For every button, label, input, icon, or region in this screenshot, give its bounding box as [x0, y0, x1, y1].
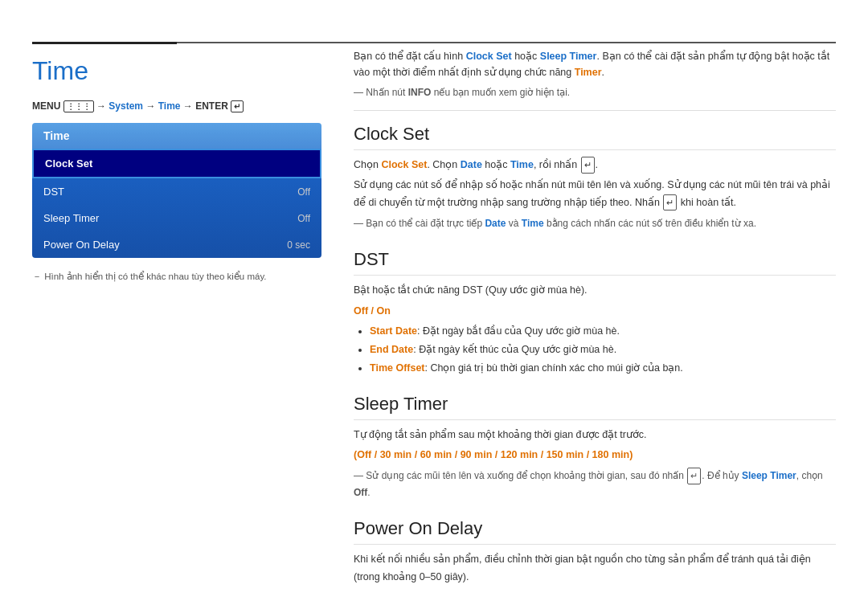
- section-sleep-timer-body: Tự động tắt sản phẩm sau một khoảng thời…: [354, 427, 836, 501]
- section-clock-set: Clock Set Chọn Clock Set. Chọn Date hoặc…: [354, 124, 836, 231]
- sleep-timer-para1: Tự động tắt sản phẩm sau một khoảng thời…: [354, 427, 836, 443]
- clock-set-para1: Chọn Clock Set. Chọn Date hoặc Time, rồi…: [354, 157, 836, 174]
- section-clock-set-body: Chọn Clock Set. Chọn Date hoặc Time, rồi…: [354, 157, 836, 231]
- sleep-timer-note: Sử dụng các mũi tên lên và xuống để chọn…: [354, 468, 836, 501]
- menu-item-clock-set-label: Clock Set: [45, 157, 92, 170]
- menu-item-sleep-timer[interactable]: Sleep Timer Off: [32, 205, 321, 231]
- menu-item-sleep-timer-value: Off: [297, 213, 310, 224]
- enter-icon-menu: ↵: [231, 100, 244, 112]
- dst-off-on: Off / On: [354, 303, 836, 320]
- menu-path-text: MENU: [32, 100, 63, 112]
- dst-bullet-1: Start Date: Đặt ngày bắt đầu của Quy ước…: [370, 323, 836, 339]
- left-panel: Time MENU ⋮⋮⋮ → System → Time → ENTER ↵ …: [32, 48, 321, 603]
- menu-time: Time: [158, 100, 181, 112]
- enter-icon2: ↵: [663, 194, 677, 211]
- dst-para1: Bật hoặc tắt chức năng DST (Quy ước giờ …: [354, 282, 836, 299]
- left-note: Hình ảnh hiển thị có thể khác nhau tùy t…: [32, 271, 321, 283]
- intro-clock-set-ref: Clock Set: [466, 51, 512, 62]
- menu-item-dst-value: Off: [297, 186, 310, 198]
- menu-item-dst[interactable]: DST Off: [32, 178, 321, 205]
- enter-icon3: ↵: [687, 468, 701, 484]
- dst-bullet-list: Start Date: Đặt ngày bắt đầu của Quy ước…: [354, 323, 836, 376]
- section-power-on-delay-title: Power On Delay: [354, 518, 836, 545]
- section-sleep-timer-title: Sleep Timer: [354, 394, 836, 420]
- clock-set-note: Bạn có thể cài đặt trực tiếp Date và Tim…: [354, 215, 836, 231]
- menu-item-power-on-delay-value: 0 sec: [287, 239, 310, 251]
- dst-bullet-2: End Date: Đặt ngày kết thúc của Quy ước …: [370, 341, 836, 358]
- intro-timer-ref: Timer: [575, 67, 602, 78]
- menu-system: System: [108, 100, 143, 112]
- section-power-on-delay-body: Khi kết nối nhiều sản phẩm, điều chỉnh t…: [354, 551, 836, 586]
- menu-item-dst-label: DST: [43, 186, 64, 198]
- intro-section: Bạn có thể đặt cấu hình Clock Set hoặc S…: [354, 48, 836, 111]
- intro-sleep-timer-ref: Sleep Timer: [540, 51, 597, 62]
- enter-icon1: ↵: [581, 157, 595, 174]
- section-clock-set-title: Clock Set: [354, 124, 836, 150]
- clock-set-para2: Sử dụng các nút số để nhập số hoặc nhấn …: [354, 177, 836, 211]
- dst-bullet-3: Time Offset: Chọn giá trị bù thời gian c…: [370, 360, 836, 376]
- sleep-timer-options: (Off / 30 min / 60 min / 90 min / 120 mi…: [354, 447, 836, 464]
- menu-item-sleep-timer-label: Sleep Timer: [43, 212, 99, 224]
- menu-icon: ⋮⋮⋮: [63, 100, 94, 112]
- intro-note: Nhấn nút INFO nếu bạn muốn xem giờ hiện …: [354, 85, 836, 100]
- page-title: Time: [32, 56, 321, 86]
- intro-paragraph: Bạn có thể đặt cấu hình Clock Set hoặc S…: [354, 48, 836, 80]
- section-sleep-timer: Sleep Timer Tự động tắt sản phẩm sau một…: [354, 394, 836, 501]
- menu-header: Time: [32, 123, 321, 149]
- menu-path: MENU ⋮⋮⋮ → System → Time → ENTER ↵: [32, 100, 321, 112]
- section-dst: DST Bật hoặc tắt chức năng DST (Quy ước …: [354, 249, 836, 376]
- menu-item-power-on-delay[interactable]: Power On Delay 0 sec: [32, 231, 321, 258]
- menu-item-clock-set[interactable]: Clock Set: [32, 149, 321, 178]
- right-panel: Bạn có thể đặt cấu hình Clock Set hoặc S…: [354, 48, 836, 603]
- section-power-on-delay: Power On Delay Khi kết nối nhiều sản phẩ…: [354, 518, 836, 586]
- menu-item-power-on-delay-label: Power On Delay: [43, 239, 120, 251]
- section-dst-body: Bật hoặc tắt chức năng DST (Quy ước giờ …: [354, 282, 836, 376]
- menu-box: Time Clock Set DST Off Sleep Timer Off P…: [32, 123, 321, 258]
- section-dst-title: DST: [354, 249, 836, 276]
- power-on-delay-para1: Khi kết nối nhiều sản phẩm, điều chỉnh t…: [354, 551, 836, 586]
